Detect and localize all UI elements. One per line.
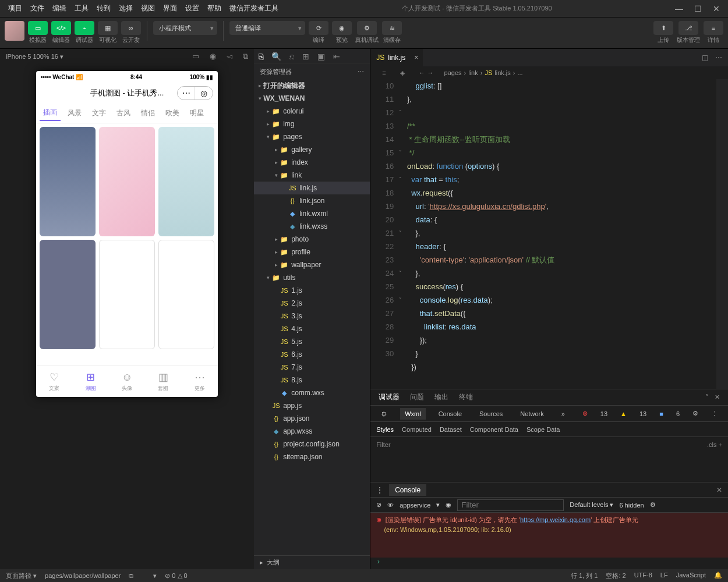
- path-label[interactable]: 页面路径 ▾: [6, 572, 37, 580]
- compile-button[interactable]: ⟳: [309, 21, 328, 35]
- clearcache-button[interactable]: ≋: [382, 21, 402, 35]
- simulator-button[interactable]: ▭: [28, 21, 48, 35]
- tree-1.js[interactable]: JS1.js: [254, 284, 370, 297]
- tree-wallpaper[interactable]: ▸📁wallpaper: [254, 258, 370, 271]
- cloud-button[interactable]: ∞: [121, 21, 141, 35]
- menu-编辑[interactable]: 编辑: [49, 1, 70, 16]
- cat-tab[interactable]: 情侣: [137, 106, 158, 120]
- more-icon[interactable]: ⋯: [358, 68, 364, 76]
- compile-dropdown[interactable]: 普通编译: [229, 21, 305, 35]
- menu-视图[interactable]: 视图: [137, 1, 158, 16]
- style-tab[interactable]: Computed: [402, 426, 432, 433]
- preview-button[interactable]: ◉: [332, 21, 352, 35]
- maximize-icon[interactable]: ☐: [691, 4, 705, 13]
- console-prompt[interactable]: ›: [370, 558, 728, 569]
- tree-app.js[interactable]: JSapp.js: [254, 399, 370, 412]
- tree-2.js[interactable]: JS2.js: [254, 297, 370, 310]
- language[interactable]: JavaScript: [676, 572, 706, 580]
- wallpaper-item[interactable]: [158, 240, 214, 349]
- menu-转到[interactable]: 转到: [93, 1, 114, 16]
- devtool-tab[interactable]: Wxml: [400, 408, 426, 420]
- editor-button[interactable]: </>: [51, 21, 71, 35]
- style-tab[interactable]: Styles: [376, 426, 394, 433]
- tree-4.js[interactable]: JS4.js: [254, 322, 370, 335]
- visual-button[interactable]: ▦: [98, 21, 118, 35]
- tree-link.js[interactable]: JSlink.js: [254, 182, 370, 194]
- indent-info[interactable]: 空格: 2: [606, 572, 625, 580]
- split-icon[interactable]: ◫: [702, 54, 708, 62]
- files-icon[interactable]: ⎘: [259, 52, 263, 61]
- device-mute-icon[interactable]: ◅: [227, 52, 232, 61]
- nav-item[interactable]: ▥套图: [145, 366, 181, 397]
- levels-select[interactable]: Default levels ▾: [570, 501, 613, 509]
- inspect-icon[interactable]: ⯐: [376, 408, 392, 420]
- list-icon[interactable]: ≡: [382, 69, 386, 76]
- bookmark-icon[interactable]: ◈: [400, 69, 405, 77]
- settings-icon[interactable]: ⚙: [650, 501, 656, 509]
- tree-app.wxss[interactable]: ◆app.wxss: [254, 425, 370, 438]
- tree-photo[interactable]: ▸📁photo: [254, 233, 370, 246]
- collapse-console-icon[interactable]: ⋮: [376, 486, 383, 494]
- dbg-tab[interactable]: 输出: [434, 392, 448, 402]
- tree-app.json[interactable]: {}app.json: [254, 412, 370, 425]
- outline-section[interactable]: ▸大纲: [254, 555, 370, 569]
- cursor-pos[interactable]: 行 1, 列 1: [571, 572, 598, 580]
- tree-gallery[interactable]: ▸📁gallery: [254, 143, 370, 156]
- console-tab[interactable]: Console: [389, 484, 426, 496]
- open-editors-section[interactable]: ▸打开的编辑器: [254, 79, 370, 92]
- avatar[interactable]: [5, 21, 24, 41]
- tree-3.js[interactable]: JS3.js: [254, 310, 370, 322]
- tree-index[interactable]: ▸📁index: [254, 156, 370, 169]
- device-phone-icon[interactable]: ▭: [192, 52, 199, 61]
- clear-icon[interactable]: ⊘: [376, 501, 381, 509]
- nav-item[interactable]: ⋯更多: [182, 366, 218, 397]
- menu-项目[interactable]: 项目: [5, 1, 26, 16]
- realdebug-button[interactable]: ⚙: [357, 21, 377, 35]
- nav-back-icon[interactable]: ←: [419, 69, 425, 76]
- project-root[interactable]: ▾WX_WENAN: [254, 92, 370, 105]
- diagnostics[interactable]: ⊘ 0 △ 0: [165, 572, 187, 580]
- minimize-icon[interactable]: —: [672, 4, 686, 13]
- nav-item[interactable]: ⊞潮图: [72, 366, 108, 397]
- menu-微信开发者工具[interactable]: 微信开发者工具: [226, 1, 282, 16]
- menu-选择[interactable]: 选择: [115, 1, 136, 16]
- wallpaper-item[interactable]: [99, 127, 155, 236]
- devtool-tab[interactable]: Network: [515, 408, 548, 420]
- tree-6.js[interactable]: JS6.js: [254, 348, 370, 361]
- menu-文件[interactable]: 文件: [27, 1, 48, 16]
- nav-item[interactable]: ♡文案: [36, 366, 72, 397]
- search-icon[interactable]: 🔍: [271, 52, 281, 61]
- device-copy-icon[interactable]: ⧉: [243, 52, 248, 61]
- nav-fwd-icon[interactable]: →: [427, 69, 434, 76]
- page-path[interactable]: pages/wallpaper/wallpaper: [45, 572, 121, 579]
- tree-link.wxss[interactable]: ◆link.wxss: [254, 220, 370, 233]
- ext-icon[interactable]: ⇤: [333, 52, 340, 61]
- close-tab-icon[interactable]: ×: [414, 54, 418, 62]
- tree-sitemap.json[interactable]: {}sitemap.json: [254, 450, 370, 463]
- console-filter[interactable]: [457, 499, 564, 511]
- tree-link.json[interactable]: {}link.json: [254, 194, 370, 207]
- collapse-icon[interactable]: ˄: [705, 393, 709, 401]
- menu-界面[interactable]: 界面: [160, 1, 181, 16]
- tree-utils[interactable]: ▾📁utils: [254, 271, 370, 284]
- live-icon[interactable]: ◉: [446, 501, 451, 509]
- mode-dropdown[interactable]: 小程序模式: [153, 21, 217, 35]
- style-tab[interactable]: Dataset: [440, 426, 462, 433]
- menu-设置[interactable]: 设置: [182, 1, 203, 16]
- context-select[interactable]: appservice: [400, 502, 430, 509]
- tree-img[interactable]: ▸📁img: [254, 118, 370, 130]
- layout-icon[interactable]: ⊞: [302, 52, 309, 61]
- git-icon[interactable]: ⎌: [289, 52, 294, 61]
- menu-工具[interactable]: 工具: [71, 1, 92, 16]
- detail-button[interactable]: ≡: [704, 21, 723, 35]
- tree-profile[interactable]: ▸📁profile: [254, 246, 370, 258]
- menu-帮助[interactable]: 帮助: [204, 1, 225, 16]
- wallpaper-item[interactable]: [99, 240, 155, 349]
- wallpaper-item[interactable]: [40, 240, 96, 349]
- hidden-count[interactable]: 6 hidden: [619, 502, 644, 509]
- nav-item[interactable]: ☺头像: [109, 366, 145, 397]
- eye-icon[interactable]: 👁: [387, 502, 394, 509]
- code-area[interactable]: 101112˅131415˅1617˅18192021˅222324˅2526˅…: [370, 79, 728, 389]
- more-icon[interactable]: ⋯: [715, 54, 722, 62]
- editor-tab-active[interactable]: JS link.js ×: [370, 49, 423, 66]
